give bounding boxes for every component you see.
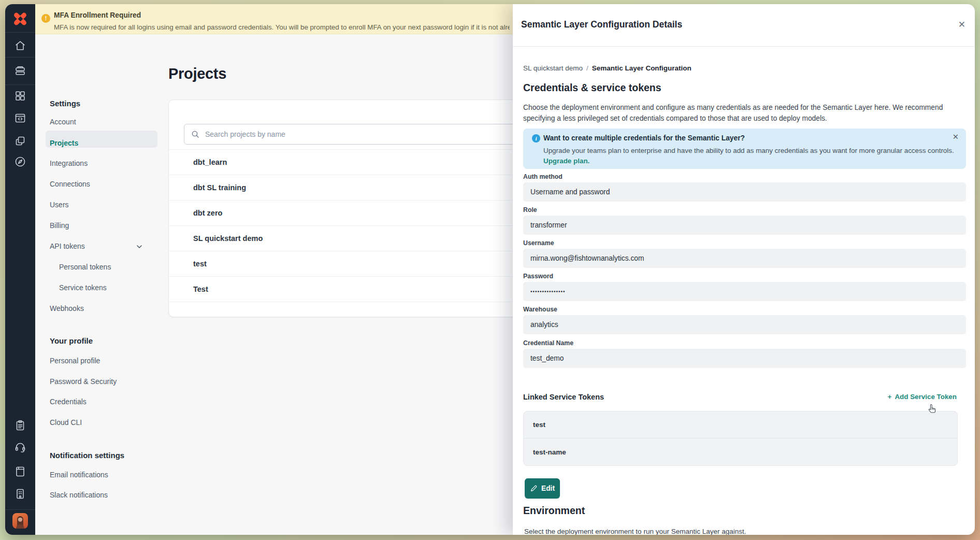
deploy-icon[interactable] — [5, 65, 35, 77]
environment-description: Select the deployment environment to run… — [524, 528, 746, 535]
upgrade-info-box: i Want to create multiple credentials fo… — [523, 129, 966, 169]
search-input[interactable] — [184, 124, 521, 145]
sidebar-item-users[interactable]: Users — [50, 201, 69, 209]
token-row[interactable]: test — [524, 411, 957, 438]
environment-section-title: Environment — [523, 505, 585, 517]
home-icon[interactable] — [5, 39, 35, 52]
mfa-banner-message: MFA is now required for all logins using… — [54, 23, 510, 31]
sidebar-item-billing[interactable]: Billing — [50, 221, 69, 230]
mfa-banner: ! MFA Enrollment Required MFA is now req… — [35, 4, 513, 34]
sidebar-item-account[interactable]: Account — [50, 118, 76, 126]
warning-icon: ! — [41, 14, 50, 23]
edit-button[interactable]: Edit — [525, 478, 560, 499]
panel-header: Semantic Layer Configuration Details ✕ — [513, 4, 975, 47]
sidebar-item-personal-tokens[interactable]: Personal tokens — [59, 263, 111, 271]
info-box-title: Want to create multiple credentials for … — [543, 134, 745, 142]
project-row[interactable]: dbt zero — [169, 201, 530, 226]
password-value[interactable]: ••••••••••••••• — [523, 282, 966, 301]
username-field: Username mirna.wong@fishtownanalytics.co… — [523, 239, 966, 268]
user-avatar[interactable] — [12, 513, 28, 529]
field-label: Warehouse — [523, 306, 966, 313]
projects-list: dbt_learn dbt SL training dbt zero SL qu… — [169, 149, 530, 302]
field-label: Username — [523, 239, 966, 247]
sidebar-item-slack-notifications[interactable]: Slack notifications — [50, 491, 108, 499]
panel-title: Semantic Layer Configuration Details — [521, 19, 682, 30]
sidebar-item-api-tokens[interactable]: API tokens — [50, 242, 85, 250]
credentials-section-title: Credentials & service tokens — [523, 82, 661, 94]
sidebar-item-email-notifications[interactable]: Email notifications — [50, 471, 108, 479]
sidebar-item-credentials[interactable]: Credentials — [50, 397, 87, 406]
upgrade-plan-link[interactable]: Upgrade plan. — [543, 157, 589, 165]
semantic-layer-panel: Semantic Layer Configuration Details ✕ S… — [513, 4, 975, 535]
organization-icon[interactable] — [5, 488, 35, 500]
field-label: Credential Name — [523, 339, 966, 347]
lineage-icon[interactable] — [5, 135, 35, 147]
warehouse-field: Warehouse analytics — [523, 306, 966, 334]
linked-tokens-list: test test-name — [523, 411, 958, 466]
profile-section-title: Your profile — [50, 336, 93, 345]
close-icon[interactable]: ✕ — [958, 19, 965, 30]
field-label: Password — [523, 273, 966, 280]
warehouse-value[interactable]: analytics — [523, 315, 966, 334]
breadcrumb-current: Semantic Layer Configuration — [592, 64, 691, 72]
notifications-section-title: Notification settings — [50, 451, 124, 460]
desktop-background: ! MFA Enrollment Required MFA is now req… — [0, 0, 980, 540]
sidebar-item-personal-profile[interactable]: Personal profile — [50, 357, 100, 365]
plus-icon: + — [888, 393, 892, 401]
apps-grid-icon[interactable] — [5, 90, 35, 102]
info-close-icon[interactable]: ✕ — [953, 133, 959, 141]
project-row[interactable]: Test — [169, 277, 530, 302]
add-service-token-button[interactable]: + Add Service Token — [888, 393, 957, 401]
breadcrumb-separator: / — [583, 64, 592, 72]
project-row[interactable]: SL quickstart demo — [169, 226, 530, 251]
credential-name-value[interactable]: test_demo — [523, 349, 966, 368]
checklist-icon[interactable] — [5, 419, 35, 432]
chevron-down-icon[interactable] — [136, 243, 143, 252]
sidebar-item-projects[interactable]: Projects — [50, 139, 78, 147]
info-icon: i — [532, 134, 540, 143]
dbt-logo[interactable] — [13, 11, 27, 26]
develop-icon[interactable] — [5, 112, 35, 124]
password-field: Password ••••••••••••••• — [523, 273, 966, 301]
sidebar-item-cloud-cli[interactable]: Cloud CLI — [50, 418, 82, 427]
field-label: Auth method — [523, 173, 966, 180]
rail-divider — [5, 32, 35, 33]
dbt-cloud-window: ! MFA Enrollment Required MFA is now req… — [5, 4, 975, 535]
pencil-icon — [530, 485, 538, 492]
credential-name-field: Credential Name test_demo — [523, 339, 966, 368]
support-headset-icon[interactable] — [5, 441, 35, 453]
breadcrumb: SL quickstart demo/Semantic Layer Config… — [523, 64, 691, 72]
edit-button-label: Edit — [541, 485, 555, 492]
project-row[interactable]: test — [169, 251, 530, 277]
app-rail — [5, 4, 35, 535]
breadcrumb-parent[interactable]: SL quickstart demo — [523, 64, 583, 72]
sidebar-item-webhooks[interactable]: Webhooks — [50, 304, 84, 312]
info-box-body: Upgrade your teams plan to enterprise an… — [543, 147, 954, 154]
mfa-banner-title: MFA Enrollment Required — [54, 11, 141, 19]
role-field: Role transformer — [523, 206, 966, 235]
sidebar-item-integrations[interactable]: Integrations — [50, 159, 88, 167]
token-row[interactable]: test-name — [524, 438, 957, 465]
auth-method-value[interactable]: Username and password — [523, 182, 966, 202]
explore-icon[interactable] — [5, 155, 35, 168]
role-value[interactable]: transformer — [523, 216, 966, 235]
project-row[interactable]: dbt_learn — [169, 150, 530, 175]
linked-tokens-title: Linked Service Tokens — [523, 393, 604, 401]
rail-divider — [5, 84, 35, 85]
sidebar-item-password-security[interactable]: Password & Security — [50, 377, 117, 386]
projects-card: dbt_learn dbt SL training dbt zero SL qu… — [168, 100, 531, 317]
auth-method-field: Auth method Username and password — [523, 173, 966, 202]
docs-icon[interactable] — [5, 465, 35, 478]
sidebar-item-service-tokens[interactable]: Service tokens — [59, 283, 107, 292]
page-title: Projects — [168, 65, 226, 82]
field-label: Role — [523, 206, 966, 214]
username-value[interactable]: mirna.wong@fishtownanalytics.com — [523, 249, 966, 268]
project-row[interactable]: dbt SL training — [169, 175, 530, 201]
settings-nav: Settings Account Projects Integrations C… — [35, 34, 170, 535]
add-service-token-label: Add Service Token — [895, 393, 957, 401]
sidebar-item-connections[interactable]: Connections — [50, 180, 90, 188]
settings-section-title: Settings — [50, 99, 80, 108]
credentials-section-description: Choose the deployment environment and co… — [523, 103, 968, 124]
rail-divider — [5, 57, 35, 58]
rail-divider — [5, 509, 35, 510]
